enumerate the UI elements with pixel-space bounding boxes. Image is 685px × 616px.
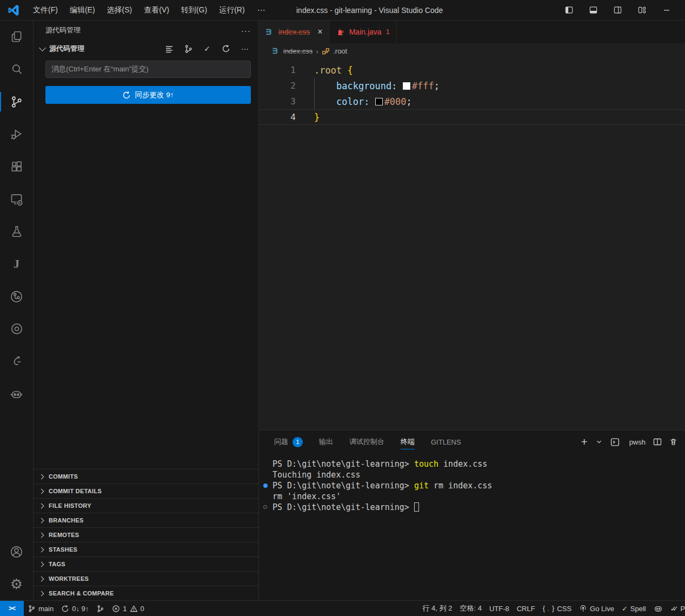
menu-item[interactable]: 编辑(E) <box>64 3 101 17</box>
customize-layout-icon[interactable] <box>633 3 651 18</box>
code-line[interactable]: 3 color: #000; <box>259 94 685 109</box>
java-icon[interactable]: J <box>0 248 33 280</box>
svg-text:ᗱ: ᗱ <box>266 28 271 36</box>
panel-tab[interactable]: 调试控制台 <box>349 430 384 453</box>
color-swatch[interactable] <box>375 98 383 105</box>
sidebar-section-stashes[interactable]: STASHES <box>34 542 258 557</box>
sidebar-section-search-compare[interactable]: SEARCH & COMPARE <box>34 586 258 600</box>
panel-tab[interactable]: 输出 <box>319 430 333 453</box>
sync-changes-button[interactable]: 同步更改 9↑ <box>45 86 251 104</box>
menu-item[interactable]: 查看(V) <box>138 3 175 17</box>
code-line[interactable]: 2 background: #fff; <box>259 78 685 94</box>
language-mode[interactable]: {﹒} CSS <box>539 601 575 616</box>
terminal-cursor <box>414 502 419 512</box>
sidebar-section-remotes[interactable]: REMOTES <box>34 527 258 542</box>
commit-check-icon[interactable]: ✓ <box>202 44 212 54</box>
color-swatch[interactable] <box>403 82 410 90</box>
bottom-panel: 问题1输出调试控制台终端GITLENS + pwsh <box>259 430 685 600</box>
explorer-icon[interactable] <box>0 21 33 53</box>
code-text: color: #000; <box>314 96 412 107</box>
tab-index-css[interactable]: ᗱ index.css × <box>259 21 330 43</box>
sidebar-section-commit-details[interactable]: COMMIT DETAILS <box>34 483 258 498</box>
remote-indicator[interactable]: >< <box>0 601 24 616</box>
record-icon[interactable] <box>0 313 33 345</box>
launch-profile-chevron-icon[interactable] <box>595 438 603 446</box>
vscode-logo-icon <box>7 4 20 17</box>
tab-label: Main.java <box>349 28 382 36</box>
commit-graph-icon[interactable] <box>183 44 193 54</box>
testing-icon[interactable] <box>0 215 33 248</box>
branch-status[interactable]: main <box>24 601 57 616</box>
breadcrumb-separator: › <box>316 47 318 56</box>
panel-tab[interactable]: 问题1 <box>274 430 303 453</box>
sidebar-section-file-history[interactable]: FILE HISTORY <box>34 498 258 513</box>
robot-icon[interactable] <box>0 377 33 410</box>
menu-item[interactable]: 文件(F) <box>27 3 64 17</box>
run-and-debug-icon[interactable] <box>0 118 33 150</box>
scm-section-header[interactable]: 源代码管理 ✓ ··· <box>34 40 258 57</box>
panel-tab-bar: 问题1输出调试控制台终端GITLENS + pwsh <box>259 430 685 453</box>
menu-item[interactable]: 选择(S) <box>101 3 138 17</box>
account-icon[interactable] <box>0 535 33 568</box>
sidebar-section-tags[interactable]: TAGS <box>34 557 258 571</box>
branch-name: main <box>38 605 54 613</box>
spell-checker[interactable]: ✓ Spell <box>618 601 650 616</box>
activity-bar: J ⚙ <box>0 21 34 600</box>
sidebar-section-branches[interactable]: BRANCHES <box>34 513 258 527</box>
close-tab-icon[interactable]: × <box>317 27 322 37</box>
eol-sequence[interactable]: CRLF <box>513 601 539 616</box>
split-terminal-icon[interactable] <box>653 438 662 446</box>
code-line[interactable]: 1.root { <box>259 62 685 78</box>
breadcrumb[interactable]: ᗱ index.css › .root <box>259 43 685 58</box>
commit-message-input[interactable]: 消息(Ctrl+Enter 在“main”提交) <box>45 61 251 78</box>
indentation[interactable]: 空格: 4 <box>456 601 485 616</box>
code-line[interactable]: 4} <box>259 109 685 125</box>
search-icon[interactable] <box>0 53 33 85</box>
cursor-position[interactable]: 行 4, 列 2 <box>418 601 456 616</box>
source-control-icon[interactable] <box>0 85 33 118</box>
menu-item[interactable]: 转到(G) <box>175 3 213 17</box>
remote-explorer-icon[interactable] <box>0 183 33 215</box>
breadcrumb-symbol[interactable]: .root <box>333 47 347 55</box>
kill-terminal-icon[interactable] <box>669 438 677 446</box>
terminal-shell-icon[interactable] <box>610 438 620 447</box>
more-actions-icon[interactable]: ··· <box>240 44 250 54</box>
terminal-output[interactable]: PS D:\git\note\git-learning> touch index… <box>259 453 685 600</box>
minimize-icon[interactable] <box>657 3 675 18</box>
encoding[interactable]: UTF-8 <box>486 601 513 616</box>
sync-status[interactable]: 0↓ 9↑ <box>57 601 92 616</box>
gitlens-icon[interactable] <box>0 280 33 313</box>
git-hook-icon[interactable] <box>0 345 33 377</box>
code-editor[interactable]: 1.root {2 background: #fff;3 color: #000… <box>259 58 685 430</box>
toggle-panel-icon[interactable] <box>584 3 602 18</box>
toggle-secondary-sidebar-icon[interactable] <box>609 3 627 18</box>
new-terminal-icon[interactable]: + <box>581 435 587 448</box>
sync-counts: 0↓ 9↑ <box>72 605 89 613</box>
sidebar-section-worktrees[interactable]: WORKTREES <box>34 571 258 586</box>
panel-tab-label: 问题 <box>274 437 288 447</box>
copilot-robot-icon[interactable] <box>650 601 667 616</box>
settings-gear-icon[interactable]: ⚙ <box>0 568 33 600</box>
tab-problems-badge: 1 <box>386 28 390 36</box>
go-live[interactable]: Go Live <box>575 601 618 616</box>
sidebar-sections: COMMITSCOMMIT DETAILSFILE HISTORYBRANCHE… <box>34 469 258 600</box>
code-text: } <box>314 112 320 123</box>
commit-graph-status-icon[interactable] <box>92 601 108 616</box>
refresh-icon[interactable] <box>221 44 231 54</box>
section-label: COMMIT DETAILS <box>49 488 102 494</box>
panel-tab[interactable]: GITLENS <box>431 430 461 453</box>
menu-item[interactable]: 运行(R) <box>213 3 250 17</box>
java-file-icon <box>336 28 345 36</box>
sidebar-section-commits[interactable]: COMMITS <box>34 469 258 483</box>
panel-tab[interactable]: 终端 <box>401 430 415 453</box>
view-as-list-icon[interactable] <box>164 44 174 54</box>
breadcrumb-file[interactable]: index.css <box>283 47 312 55</box>
menu-overflow[interactable]: ⋯ <box>251 3 272 17</box>
sidebar-more-actions-icon[interactable]: ··· <box>241 26 251 35</box>
toggle-sidebar-icon[interactable] <box>560 3 578 18</box>
prettier-status[interactable]: ✓✓ Prett <box>667 601 685 616</box>
extensions-icon[interactable] <box>0 150 33 183</box>
tab-main-java[interactable]: Main.java 1 <box>330 21 397 43</box>
shell-label[interactable]: pwsh <box>629 438 646 446</box>
problems-status[interactable]: 1 0 <box>108 601 148 616</box>
